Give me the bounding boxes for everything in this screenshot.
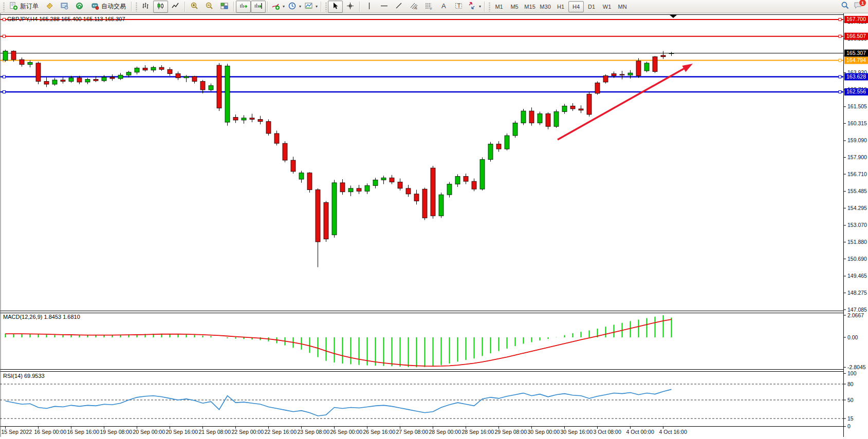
arrow-objects-icon — [468, 2, 476, 12]
rsi-indicator-label: RSI(14) 69.9533 — [3, 373, 45, 379]
auto-scroll-button[interactable] — [236, 1, 251, 13]
vertical-line-icon — [365, 2, 374, 12]
new-order-label: 新订单 — [20, 2, 39, 11]
candle-body — [307, 173, 312, 190]
candle-body — [513, 123, 518, 136]
candle-body — [422, 189, 427, 218]
trend-arrow[interactable] — [558, 64, 693, 140]
candlestick-chart-type-button[interactable] — [153, 1, 168, 13]
zoom-in-button[interactable] — [187, 1, 202, 13]
time-axis[interactable]: 15 Sep 202216 Sep 00:0016 Sep 16:0019 Se… — [2, 427, 687, 435]
toolbar-grip[interactable] — [488, 2, 490, 11]
candle-body — [644, 63, 649, 71]
toolbar-separator — [359, 2, 360, 12]
fibonacci-tool-button[interactable]: F — [421, 1, 436, 13]
indicators-button[interactable]: ▾ — [270, 1, 286, 13]
trendline-icon — [395, 2, 403, 12]
notifications-button[interactable]: 1 — [854, 1, 863, 12]
indicators-dropdown-caret[interactable]: ▾ — [283, 4, 285, 9]
svg-text:150.690: 150.690 — [847, 256, 867, 262]
timeframe-h4-button[interactable]: H4 — [568, 1, 584, 12]
charts-profile-button[interactable] — [42, 1, 57, 13]
toolbar-grip[interactable] — [324, 2, 327, 11]
candle-body — [464, 177, 468, 182]
toolbar-grip[interactable] — [135, 2, 137, 11]
periods-dropdown-caret[interactable]: ▾ — [299, 4, 301, 9]
candle-body — [209, 86, 213, 90]
svg-text:30 Sep 16:00: 30 Sep 16:00 — [561, 429, 593, 435]
templates-dropdown-caret[interactable]: ▾ — [316, 4, 318, 9]
toolbar-separator — [267, 2, 268, 12]
svg-text:151.880: 151.880 — [847, 239, 867, 245]
navigator-button[interactable] — [72, 1, 87, 13]
svg-text:0: 0 — [847, 423, 851, 429]
timeframe-h1-button[interactable]: H1 — [553, 1, 568, 12]
auto-trading-button[interactable]: 自动交易 — [87, 1, 130, 13]
timeframe-d1-button[interactable]: D1 — [584, 1, 599, 12]
svg-text:159.090: 159.090 — [847, 137, 867, 143]
text-tool-icon: A — [439, 2, 448, 12]
svg-text:100: 100 — [847, 370, 857, 376]
macd-panel: 2.06670.00-2.8045 — [843, 312, 866, 370]
arrow-objects-dropdown-caret[interactable]: ▾ — [479, 4, 481, 9]
chart-window: GBPJPY,H4 165.288 165.400 165.113 165.30… — [0, 13, 868, 439]
candle-body — [562, 106, 567, 112]
crosshair-icon — [346, 2, 355, 12]
timeframe-m15-button[interactable]: M15 — [522, 1, 538, 12]
search-button[interactable] — [841, 1, 849, 12]
text-tool-button[interactable]: A — [436, 1, 451, 13]
templates-button[interactable]: ▾ — [303, 1, 319, 13]
market-watch-icon — [60, 2, 69, 12]
trendline-tool-button[interactable] — [392, 1, 407, 13]
equidistant-channel-tool-button[interactable]: E — [407, 1, 421, 13]
candle-body — [316, 190, 320, 242]
level-price-badge: 162.556 — [846, 88, 866, 94]
horizontal-line-tool-button[interactable] — [377, 1, 392, 13]
macd-indicator-label: MACD(12,26,9) 1.8453 1.6810 — [3, 314, 80, 320]
candle-body — [439, 195, 444, 216]
candle-body — [85, 79, 90, 82]
candlesticks — [3, 50, 674, 267]
zoom-out-button[interactable] — [202, 1, 217, 13]
bar-chart-type-button[interactable] — [138, 1, 153, 13]
candle-body — [143, 68, 147, 70]
arrow-objects-button[interactable]: ▾ — [466, 1, 483, 13]
line-chart-type-button[interactable] — [168, 1, 183, 13]
svg-text:161.505: 161.505 — [847, 103, 867, 109]
price-chart-canvas[interactable]: 167.525166.335165.110163.920162.710161.5… — [0, 13, 868, 439]
timeframe-m5-button[interactable]: M5 — [507, 1, 522, 12]
navigator-icon — [75, 2, 84, 12]
charts-profile-icon — [45, 2, 54, 12]
market-watch-button[interactable] — [57, 1, 72, 13]
candle-body — [176, 73, 180, 78]
svg-text:20 Sep 16:00: 20 Sep 16:00 — [166, 429, 198, 435]
candle-body — [3, 51, 8, 61]
candle-body — [365, 185, 370, 191]
candle-body — [661, 55, 666, 57]
level-price-badge: 167.700 — [846, 16, 866, 22]
candle-body — [61, 80, 65, 82]
crosshair-tool-button[interactable] — [343, 1, 358, 13]
candle-body — [168, 69, 172, 73]
candle-body — [587, 94, 592, 114]
timeframe-m1-button[interactable]: M1 — [491, 1, 507, 12]
new-order-button[interactable]: 新订单 — [6, 1, 42, 13]
periods-button[interactable]: ▾ — [286, 1, 303, 13]
cursor-tool-button[interactable] — [328, 1, 343, 13]
chart-shift-marker[interactable] — [670, 15, 677, 18]
mt4-window: 新订单 自动交易 — [0, 0, 868, 439]
candle-body — [36, 63, 41, 82]
text-label-tool-button[interactable]: T — [451, 1, 466, 13]
timeframe-w1-button[interactable]: W1 — [599, 1, 615, 12]
price-level-badges: 167.700166.507165.307164.794163.628162.5… — [844, 16, 868, 96]
auto-trading-label: 自动交易 — [101, 2, 126, 11]
toolbar-grip[interactable] — [2, 2, 5, 11]
svg-text:16 Sep 16:00: 16 Sep 16:00 — [67, 429, 100, 435]
tile-windows-button[interactable] — [217, 1, 232, 13]
price-level-lines[interactable] — [0, 18, 843, 93]
timeframe-m30-button[interactable]: M30 — [538, 1, 553, 12]
vertical-line-tool-button[interactable] — [362, 1, 377, 13]
candle-body — [357, 188, 361, 191]
chart-shift-button[interactable] — [251, 1, 266, 13]
timeframe-mn-button[interactable]: MN — [615, 1, 630, 12]
